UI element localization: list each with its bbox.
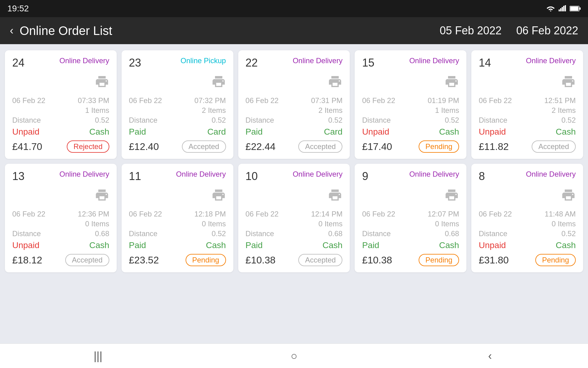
main-content: 24 Online Delivery 06 Feb 22 07:33 PM 1 …	[0, 44, 588, 343]
distance-value: 0.52	[95, 116, 109, 125]
print-icon-container[interactable]	[12, 74, 109, 89]
card-header: 11 Online Delivery	[129, 170, 226, 183]
print-icon-container[interactable]	[129, 74, 226, 89]
print-icon	[561, 74, 576, 89]
distance-label: Distance	[362, 229, 390, 238]
order-card-10[interactable]: 10 Online Delivery 06 Feb 22 12:14 PM 0 …	[238, 164, 350, 272]
payment-status: Paid	[129, 240, 146, 250]
card-footer: £10.38 Pending	[362, 254, 459, 266]
print-icon-container[interactable]	[246, 74, 343, 89]
distance-value: 0.52	[561, 229, 576, 238]
order-type: Online Delivery	[526, 170, 576, 178]
order-card-8[interactable]: 8 Online Delivery 06 Feb 22 11:48 AM 0 I…	[471, 164, 583, 272]
print-icon-container[interactable]	[362, 188, 459, 202]
print-icon	[444, 188, 459, 202]
order-card-15[interactable]: 15 Online Delivery 06 Feb 22 01:19 PM 1 …	[355, 50, 466, 159]
payment-status: Unpaid	[362, 127, 389, 137]
payment-method: Cash	[439, 127, 459, 137]
order-number: 11	[129, 170, 141, 183]
back-nav-button[interactable]: ‹	[478, 344, 502, 368]
card-datetime: 06 Feb 22 12:14 PM	[246, 210, 343, 218]
card-footer: £11.82 Accepted	[479, 140, 576, 153]
card-payment: Paid Cash	[129, 240, 226, 250]
order-date: 06 Feb 22	[129, 96, 162, 105]
order-number: 14	[479, 56, 491, 69]
card-datetime: 06 Feb 22 07:31 PM	[246, 96, 343, 105]
print-icon-container[interactable]	[362, 74, 459, 89]
card-header: 9 Online Delivery	[362, 170, 459, 183]
card-footer: £23.52 Pending	[129, 254, 226, 266]
order-time: 12:36 PM	[78, 210, 109, 218]
card-distance: Distance 0.52	[479, 116, 576, 125]
order-total: £17.40	[362, 141, 392, 152]
card-payment: Paid Card	[246, 127, 343, 137]
order-type: Online Delivery	[409, 56, 459, 65]
order-date: 06 Feb 22	[246, 96, 279, 105]
card-header: 10 Online Delivery	[246, 170, 343, 183]
card-distance: Distance 0.68	[362, 229, 459, 238]
card-distance: Distance 0.52	[246, 116, 343, 125]
order-card-11[interactable]: 11 Online Delivery 06 Feb 22 12:18 PM 0 …	[122, 164, 233, 272]
payment-status: Paid	[246, 240, 263, 250]
order-type: Online Pickup	[181, 56, 226, 65]
print-icon	[95, 74, 109, 89]
order-total: £23.52	[129, 255, 159, 266]
order-type: Online Delivery	[409, 170, 459, 178]
card-datetime: 06 Feb 22 07:33 PM	[12, 96, 109, 105]
print-icon-container[interactable]	[246, 188, 343, 202]
svg-rect-4	[563, 6, 564, 11]
order-time: 12:14 PM	[311, 210, 343, 218]
page-title: Online Order List	[20, 24, 112, 38]
distance-label: Distance	[12, 229, 41, 238]
print-icon-container[interactable]	[12, 188, 109, 202]
distance-value: 0.68	[95, 229, 109, 238]
print-icon	[328, 74, 342, 89]
card-distance: Distance 0.52	[129, 116, 226, 125]
payment-status: Paid	[129, 127, 146, 137]
signal-icon	[559, 4, 566, 13]
payment-status: Paid	[362, 240, 379, 250]
card-payment: Paid Cash	[362, 240, 459, 250]
order-date: 06 Feb 22	[479, 210, 512, 218]
wifi-icon	[546, 4, 555, 13]
print-icon-container[interactable]	[479, 74, 576, 89]
card-payment: Paid Cash	[246, 240, 343, 250]
order-card-14[interactable]: 14 Online Delivery 06 Feb 22 12:51 PM 2 …	[471, 50, 583, 159]
order-card-24[interactable]: 24 Online Delivery 06 Feb 22 07:33 PM 1 …	[5, 50, 117, 159]
card-datetime: 06 Feb 22 07:32 PM	[129, 96, 226, 105]
svg-rect-3	[562, 7, 563, 11]
card-header: 8 Online Delivery	[479, 170, 576, 183]
distance-value: 0.52	[561, 116, 576, 125]
print-icon-container[interactable]	[479, 188, 576, 202]
order-card-23[interactable]: 23 Online Pickup 06 Feb 22 07:32 PM 2 It…	[122, 50, 233, 159]
payment-method: Cash	[206, 240, 226, 250]
order-items: 0 Items	[246, 220, 343, 228]
order-date: 06 Feb 22	[362, 210, 395, 218]
status-badge: Pending	[186, 254, 226, 266]
order-card-22[interactable]: 22 Online Delivery 06 Feb 22 07:31 PM 2 …	[238, 50, 350, 159]
order-card-9[interactable]: 9 Online Delivery 06 Feb 22 12:07 PM 0 I…	[355, 164, 466, 272]
back-button[interactable]: ‹	[10, 24, 13, 37]
distance-value: 0.52	[212, 116, 226, 125]
status-time: 19:52	[7, 4, 29, 13]
print-icon	[328, 188, 342, 202]
distance-label: Distance	[246, 229, 274, 238]
menu-nav-button[interactable]: |||	[86, 344, 110, 368]
order-items: 1 Items	[362, 106, 459, 115]
header-dates: 05 Feb 2022 06 Feb 2022	[440, 24, 578, 37]
order-type: Online Delivery	[526, 56, 576, 65]
payment-method: Cash	[556, 127, 576, 137]
order-number: 24	[12, 56, 24, 69]
payment-method: Card	[324, 127, 343, 137]
orders-grid: 24 Online Delivery 06 Feb 22 07:33 PM 1 …	[5, 50, 583, 272]
home-nav-button[interactable]: ○	[282, 344, 306, 368]
distance-label: Distance	[479, 229, 507, 238]
distance-label: Distance	[129, 116, 157, 125]
order-total: £11.82	[479, 141, 509, 152]
card-datetime: 06 Feb 22 11:48 AM	[479, 210, 576, 218]
card-header: 23 Online Pickup	[129, 56, 226, 69]
card-datetime: 06 Feb 22 12:18 PM	[129, 210, 226, 218]
print-icon-container[interactable]	[129, 188, 226, 202]
order-card-13[interactable]: 13 Online Delivery 06 Feb 22 12:36 PM 0 …	[5, 164, 117, 272]
card-distance: Distance 0.68	[246, 229, 343, 238]
